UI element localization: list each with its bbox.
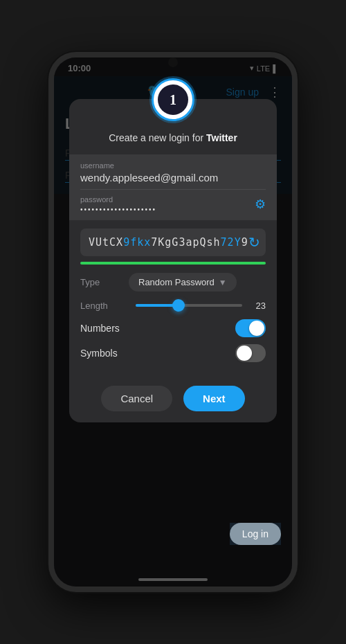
- password-label: password: [80, 195, 156, 204]
- numbers-row: Numbers: [80, 319, 266, 337]
- password-strength-bar: [80, 262, 266, 265]
- numbers-toggle[interactable]: [235, 319, 266, 337]
- password-generator: VUtCX9fkx7KgG3apQsh72Y9 ↻ Type Random Pa…: [69, 222, 277, 376]
- symbols-row: Symbols: [80, 344, 266, 362]
- cancel-button[interactable]: Cancel: [101, 386, 172, 411]
- numbers-toggle-thumb: [249, 321, 264, 336]
- password-row: password •••••••••••••••••••• ⚙: [80, 195, 266, 213]
- type-label: Type: [80, 277, 129, 287]
- generated-password-text: VUtCX9fkx7KgG3apQsh72Y9: [89, 236, 248, 249]
- modal-overlay: 1 Create a new login for Twitter usernam…: [54, 57, 292, 587]
- refresh-password-icon[interactable]: ↻: [248, 234, 260, 251]
- password-dots: ••••••••••••••••••••: [80, 206, 156, 213]
- onepassword-icon: 1: [152, 78, 194, 121]
- length-row: Length 23: [80, 298, 266, 312]
- symbols-label: Symbols: [80, 348, 235, 359]
- length-label: Length: [80, 301, 129, 311]
- type-row: Type Random Password ▼: [80, 273, 266, 292]
- username-value: wendy.appleseed@gmail.com: [80, 172, 266, 184]
- symbols-toggle[interactable]: [235, 344, 266, 362]
- twitter-login-button[interactable]: Log in: [230, 523, 281, 545]
- modal-actions: Cancel Next: [69, 376, 277, 422]
- type-value: Random Password: [138, 277, 215, 287]
- password-modal: 1 Create a new login for Twitter usernam…: [69, 99, 277, 422]
- username-label: username: [80, 161, 266, 170]
- slider-track: [136, 304, 242, 307]
- type-dropdown[interactable]: Random Password ▼: [129, 273, 237, 292]
- phone-screen: 10:00 ▾ LTE ▌ 🐦 Sign up ⋮ Log in to Twit…: [54, 57, 292, 587]
- field-divider: [80, 189, 266, 190]
- twitter-login-button-area: Log in: [230, 523, 281, 545]
- phone-frame: 10:00 ▾ LTE ▌ 🐦 Sign up ⋮ Log in to Twit…: [48, 52, 298, 592]
- dropdown-arrow-icon: ▼: [219, 278, 227, 287]
- length-value: 23: [249, 301, 266, 311]
- next-button[interactable]: Next: [183, 386, 245, 411]
- symbols-toggle-thumb: [237, 346, 252, 361]
- onepassword-logo: 1: [158, 84, 188, 115]
- modal-title: Create a new login for Twitter: [69, 127, 277, 154]
- length-slider[interactable]: [136, 298, 242, 312]
- numbers-label: Numbers: [80, 323, 235, 334]
- home-bar: [138, 578, 208, 581]
- slider-thumb[interactable]: [172, 299, 185, 312]
- credentials-section: username wendy.appleseed@gmail.com passw…: [69, 154, 277, 220]
- camera-notch: [168, 57, 178, 67]
- gear-icon[interactable]: ⚙: [255, 197, 266, 212]
- generated-password-row: VUtCX9fkx7KgG3apQsh72Y9 ↻: [80, 229, 266, 256]
